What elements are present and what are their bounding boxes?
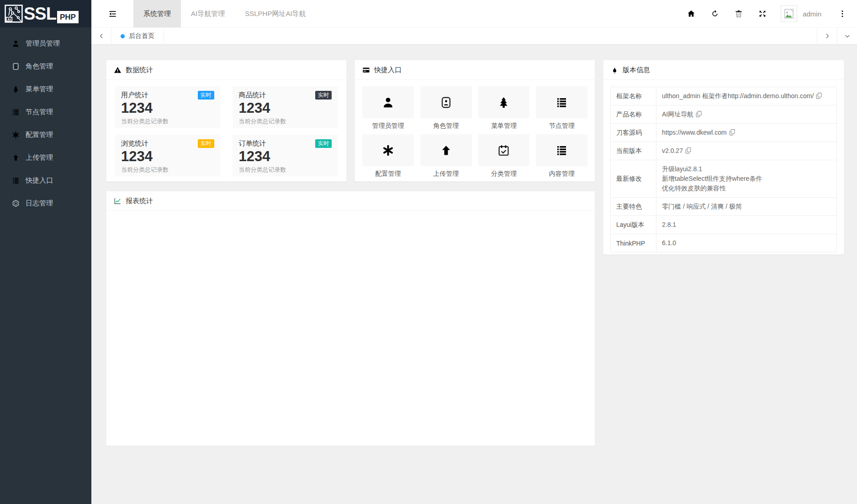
sidebar: SSL PHP 管理员管理 角色管理 菜单管理 节点管理 配置管理 上传管理 [0, 0, 91, 504]
tabs-scroll-right-button[interactable] [817, 28, 837, 44]
stat-title: 订单统计 [239, 139, 266, 148]
app-logo[interactable]: SSL PHP [0, 0, 91, 27]
sidebar-item-label: 日志管理 [26, 199, 53, 208]
report-chart-area [106, 211, 595, 446]
refresh-icon [711, 10, 719, 18]
copy-icon[interactable] [685, 147, 692, 154]
version-row-value: v2.0.27 [662, 147, 683, 154]
quick-grid: 管理员管理 角色管理 菜单管理 节点管理 [355, 80, 595, 182]
quick-item-roles[interactable]: 角色管理 [420, 86, 472, 130]
copy-icon[interactable] [695, 110, 702, 117]
version-row-value: ulthon_admin 框架作者http://admin.demo.ultho… [662, 92, 814, 100]
header: 系统管理 AI导航管理 SSLPHP网址AI导航 admin [91, 0, 857, 27]
version-row-label: 主要特色 [611, 198, 656, 216]
sidebar-item-admin[interactable]: 管理员管理 [0, 32, 91, 55]
sidebar-item-nodes[interactable]: 节点管理 [0, 100, 91, 123]
stat-card-goods: 商品统计 实时 1234 当前分类总记录数 [233, 86, 339, 128]
logo-text-main: SSL [24, 5, 56, 23]
sidebar-item-label: 菜单管理 [26, 85, 53, 94]
sidebar-item-label: 配置管理 [26, 131, 53, 139]
topnav-tab-ai-nav[interactable]: AI导航管理 [181, 0, 235, 27]
quick-item-content[interactable]: 内容管理 [536, 134, 587, 178]
stat-value: 1234 [239, 100, 332, 116]
version-table-wrap: 框架名称 ulthon_admin 框架作者http://admin.demo.… [603, 80, 844, 255]
trash-icon [735, 10, 743, 18]
sidebar-item-upload[interactable]: 上传管理 [0, 146, 91, 169]
stat-caption: 当前分类总记录数 [121, 166, 214, 174]
calendar-check-icon [497, 144, 510, 157]
more-menu-button[interactable] [833, 0, 852, 27]
copy-icon[interactable] [729, 129, 735, 136]
quick-entry-panel: 快捷入口 管理员管理 角色管理 菜单管理 [354, 60, 595, 182]
fullscreen-button[interactable] [751, 0, 774, 27]
quick-item-upload[interactable]: 上传管理 [420, 134, 472, 178]
chevron-left-icon [98, 33, 105, 39]
avatar[interactable] [781, 5, 797, 22]
quick-item-label: 管理员管理 [362, 121, 414, 130]
hexagon-icon [12, 200, 20, 207]
active-tab-dot [121, 34, 125, 38]
quick-panel-header: 快捷入口 [355, 60, 595, 80]
stats-panel-header: 数据统计 [106, 60, 346, 80]
list-icon [555, 144, 568, 157]
version-row-value: 升级layui2.8.1 新增tableSelect组件支持where条件 优化… [656, 160, 837, 198]
topnav-tab-sslphp-nav[interactable]: SSLPHP网址AI导航 [235, 0, 316, 27]
top-nav: 系统管理 AI导航管理 SSLPHP网址AI导航 [133, 0, 316, 27]
version-panel: 版本信息 框架名称 ulthon_admin 框架作者http://admin.… [603, 60, 844, 255]
header-actions: admin [679, 0, 857, 27]
table-row: ThinkPHP 6.1.0 [611, 234, 837, 252]
realtime-badge: 实时 [315, 139, 332, 148]
stats-panel: 数据统计 用户统计 实时 1234 当前分类总记录数 [106, 60, 347, 182]
quick-item-category[interactable]: 分类管理 [478, 134, 530, 178]
quick-item-nodes[interactable]: 节点管理 [536, 86, 587, 130]
tabs-scroll-left-button[interactable] [91, 28, 111, 44]
stat-title: 用户统计 [121, 91, 148, 100]
stat-caption: 当前分类总记录数 [239, 117, 332, 126]
quick-item-menus[interactable]: 菜单管理 [478, 86, 530, 130]
home-icon [687, 10, 695, 18]
topnav-tab-system[interactable]: 系统管理 [133, 0, 181, 27]
page-tab-home[interactable]: 后台首页 [111, 28, 164, 44]
quick-item-admin[interactable]: 管理员管理 [362, 86, 414, 130]
copy-icon[interactable] [815, 92, 822, 99]
list-icon [555, 96, 568, 109]
page-tab-label: 后台首页 [129, 32, 154, 40]
tabs-menu-button[interactable] [837, 28, 857, 44]
table-row: 产品名称 AI网址导航 [611, 105, 837, 124]
sidebar-item-label: 管理员管理 [26, 39, 60, 48]
quick-item-label: 菜单管理 [478, 121, 530, 130]
username[interactable]: admin [803, 10, 821, 18]
quick-item-label: 分类管理 [478, 169, 530, 178]
sidebar-item-roles[interactable]: 角色管理 [0, 55, 91, 78]
version-row-label: 产品名称 [611, 105, 656, 124]
user-icon [382, 96, 394, 109]
clear-cache-button[interactable] [727, 0, 751, 27]
line-chart-icon [114, 197, 122, 205]
chevron-right-icon [824, 33, 831, 39]
stat-value: 1234 [121, 100, 214, 116]
sidebar-menu: 管理员管理 角色管理 菜单管理 节点管理 配置管理 上传管理 快捷入口 日志管 [0, 27, 91, 215]
home-button[interactable] [679, 0, 703, 27]
stat-card-orders: 订单统计 实时 1234 当前分类总记录数 [233, 135, 339, 177]
sidebar-collapse-button[interactable] [91, 0, 133, 27]
tree-icon [12, 85, 20, 93]
role-card-icon [12, 63, 20, 70]
stats-cards: 用户统计 实时 1234 当前分类总记录数 商品统计 实时 1234 [106, 80, 346, 182]
panel-title: 报表统计 [126, 197, 153, 205]
logo-text-sub: PHP [57, 11, 79, 23]
refresh-button[interactable] [703, 0, 727, 27]
version-row-value: AI网址导航 [662, 110, 693, 118]
quick-item-config[interactable]: 配置管理 [362, 134, 414, 178]
sidebar-item-logs[interactable]: 日志管理 [0, 192, 91, 215]
asterisk-icon [12, 131, 20, 139]
sidebar-item-quick[interactable]: 快捷入口 [0, 169, 91, 192]
panel-title: 版本信息 [623, 66, 650, 74]
ai-chip-logo-icon [5, 5, 23, 23]
realtime-badge: 实时 [198, 91, 214, 100]
bank-card-icon [362, 66, 370, 74]
table-row: 框架名称 ulthon_admin 框架作者http://admin.demo.… [611, 87, 837, 105]
sidebar-item-config[interactable]: 配置管理 [0, 123, 91, 146]
tabbar-spacer [164, 28, 817, 44]
version-row-label: Layui版本 [611, 216, 656, 234]
sidebar-item-menus[interactable]: 菜单管理 [0, 78, 91, 100]
